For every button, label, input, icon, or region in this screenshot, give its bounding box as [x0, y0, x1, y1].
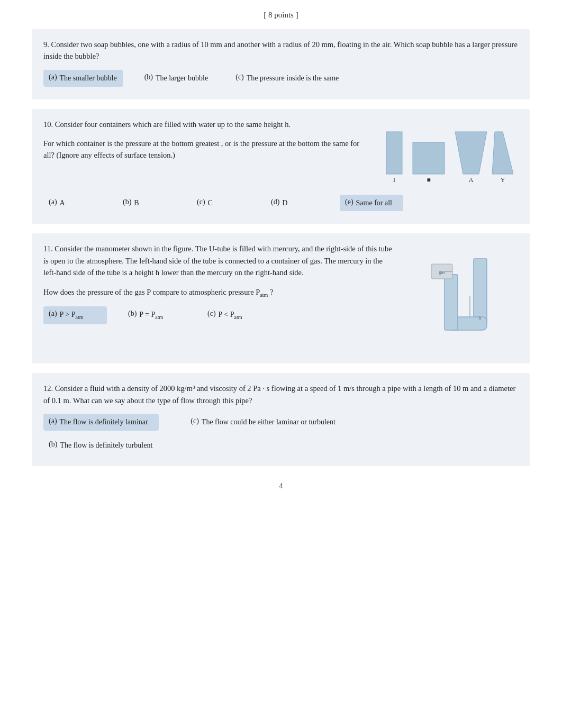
q11-para1: 11. Consider the manometer shown in the …	[43, 243, 397, 278]
q10-image-area: I ■ A Y	[381, 119, 519, 187]
q12-option-c-text: The flow could be either laminar or turb…	[202, 417, 336, 427]
q12-option-a-text: The flow is definitely laminar	[60, 417, 148, 427]
q10-option-b-label: (b)	[123, 198, 131, 206]
q11-option-c[interactable]: (c) P < Patm	[202, 306, 266, 324]
svg-text:Y: Y	[501, 176, 505, 184]
q11-option-b-label: (b)	[128, 310, 137, 318]
q10-option-c[interactable]: (c) C	[192, 195, 255, 212]
q12-option-a-label: (a)	[49, 417, 57, 425]
q10-option-d-label: (d)	[271, 198, 279, 206]
q10-text-area: 10. Consider four containers which are f…	[43, 119, 365, 169]
q10-option-b-text: B	[134, 198, 139, 208]
svg-text:I: I	[393, 176, 395, 184]
q9-option-b-label: (b)	[144, 73, 153, 81]
page-number: 4	[32, 482, 530, 490]
page-number-text: 4	[279, 482, 283, 490]
q9-number: 9.	[43, 40, 49, 49]
q9-option-c-label: (c)	[235, 73, 244, 81]
q10-para1: 10. Consider four containers which are f…	[43, 119, 365, 130]
q10-option-d[interactable]: (d) D	[266, 195, 329, 212]
q9-option-b[interactable]: (b) The larger bubble	[139, 70, 215, 87]
question-12-block: 12. Consider a fluid with a density of 2…	[32, 373, 530, 466]
q10-content: 10. Consider four containers which are f…	[43, 119, 519, 187]
points-header: [ 8 points ]	[32, 11, 530, 20]
q10-body1: Consider four containers which are fille…	[55, 120, 291, 129]
q12-body: Consider a fluid with a density of 2000 …	[43, 384, 515, 404]
points-text: [ 8 points ]	[264, 11, 298, 19]
q10-option-d-text: D	[282, 198, 287, 208]
q10-option-a-text: A	[60, 198, 65, 208]
q10-para2: For which container is the pressure at t…	[43, 138, 365, 161]
svg-rect-10	[445, 275, 458, 330]
q10-option-b[interactable]: (b) B	[117, 195, 181, 212]
question-10-block: 10. Consider four containers which are f…	[32, 109, 530, 224]
q11-option-c-text: P < Patm	[219, 310, 242, 321]
q10-option-e-text: Same for all	[356, 198, 392, 208]
q9-option-c[interactable]: (c) The pressure inside is the same	[230, 70, 345, 87]
q12-option-b[interactable]: (b) The flow is definitely turbulent	[43, 437, 159, 454]
q9-option-a[interactable]: (a) The smaller bubble	[43, 70, 123, 87]
q11-option-c-label: (c)	[207, 310, 216, 318]
q9-option-a-label: (a)	[49, 73, 57, 81]
q9-option-a-text: The smaller bubble	[60, 73, 117, 84]
q9-option-b-text: The larger bubble	[156, 73, 208, 84]
q11-number: 11.	[43, 244, 53, 253]
q11-sub: atm	[260, 292, 268, 297]
q11-option-b[interactable]: (b) P = Patm	[123, 306, 186, 324]
svg-marker-2	[455, 132, 487, 174]
containers-svg: I ■ A Y	[381, 124, 519, 187]
svg-text:■: ■	[427, 176, 430, 184]
q10-option-a-label: (a)	[49, 198, 57, 206]
q9-option-c-text: The pressure inside is the same	[247, 73, 339, 84]
q12-col2: (c) The flow could be either laminar or …	[185, 414, 347, 434]
q11-body2: How does the pressure of the gas P compa…	[43, 288, 260, 296]
q11-option-a[interactable]: (a) P > Patm	[43, 306, 107, 324]
q11-option-b-text: P = Patm	[139, 310, 163, 321]
svg-text:A: A	[469, 176, 474, 184]
q10-option-e[interactable]: (e) Same for all	[340, 195, 403, 212]
q10-option-a[interactable]: (a) A	[43, 195, 107, 212]
question-9-text: 9. Consider two soap bubbles, one with a…	[43, 39, 519, 62]
manometer-svg: gas h	[423, 248, 508, 354]
q11-content: 11. Consider the manometer shown in the …	[43, 243, 519, 354]
q12-options: (a) The flow is definitely laminar (b) T…	[43, 414, 519, 457]
q12-text: 12. Consider a fluid with a density of 2…	[43, 383, 519, 406]
svg-text:h: h	[479, 315, 482, 321]
q12-number: 12.	[43, 384, 53, 393]
q12-col1: (a) The flow is definitely laminar (b) T…	[43, 414, 164, 457]
q11-text-area: 11. Consider the manometer shown in the …	[43, 243, 397, 327]
q11-image-area: gas h	[413, 243, 519, 354]
q12-option-b-label: (b)	[49, 440, 57, 449]
q11-body2-end: ?	[268, 288, 273, 296]
q10-number: 10.	[43, 120, 53, 129]
q10-option-c-text: C	[208, 198, 213, 208]
svg-rect-1	[413, 142, 445, 174]
question-9-block: 9. Consider two soap bubbles, one with a…	[32, 29, 530, 99]
svg-marker-3	[492, 132, 513, 174]
q11-options-row: (a) P > Patm (b) P = Patm (c) P < Patm	[43, 306, 397, 327]
q12-option-a[interactable]: (a) The flow is definitely laminar	[43, 414, 159, 431]
q11-para2: How does the pressure of the gas P compa…	[43, 286, 397, 299]
svg-rect-8	[474, 259, 487, 322]
q9-options-row: (a) The smaller bubble (b) The larger bu…	[43, 70, 519, 90]
svg-rect-0	[386, 132, 402, 174]
q11-option-a-text: P > Patm	[60, 310, 84, 321]
q12-option-b-text: The flow is definitely turbulent	[60, 440, 152, 451]
svg-text:gas: gas	[439, 269, 445, 275]
q11-option-a-label: (a)	[49, 310, 57, 318]
q10-option-e-label: (e)	[345, 198, 353, 206]
q10-option-c-label: (c)	[197, 198, 205, 206]
q10-options-row: (a) A (b) B (c) C (d) D (e) Same for all	[43, 195, 519, 215]
q10-body2: For which container is the pressure at t…	[43, 139, 359, 159]
q12-option-c-label: (c)	[191, 417, 199, 425]
q11-body1: Consider the manometer shown in the figu…	[43, 244, 392, 277]
q12-option-c[interactable]: (c) The flow could be either laminar or …	[185, 414, 342, 431]
q9-body: Consider two soap bubbles, one with a ra…	[43, 40, 518, 60]
question-11-block: 11. Consider the manometer shown in the …	[32, 233, 530, 363]
